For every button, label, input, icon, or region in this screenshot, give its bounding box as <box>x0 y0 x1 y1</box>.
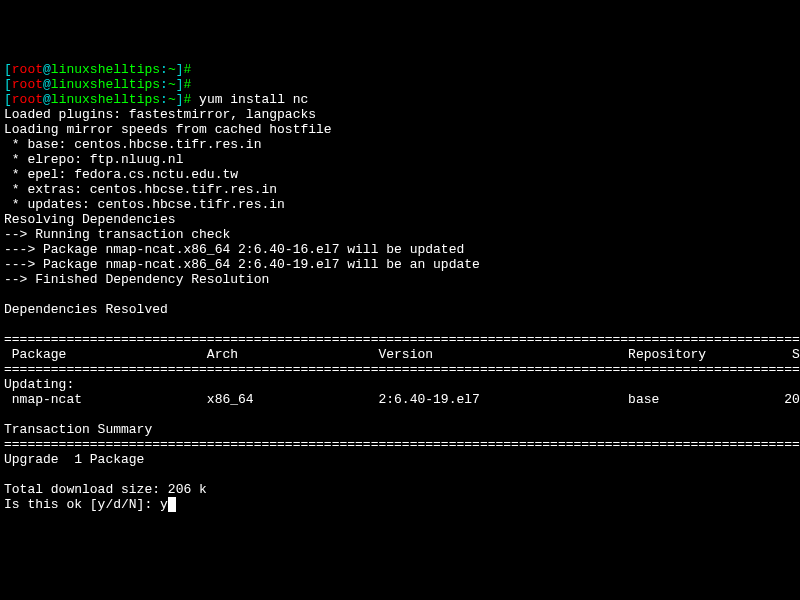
terminal-output[interactable]: [root@linuxshelltips:~]# [root@linuxshel… <box>4 62 796 512</box>
output-line: Resolving Dependencies <box>4 212 176 227</box>
output-line: * epel: fedora.cs.nctu.edu.tw <box>4 167 238 182</box>
output-line: --> Running transaction check <box>4 227 230 242</box>
output-line: Dependencies Resolved <box>4 302 168 317</box>
table-divider: ========================================… <box>4 362 800 377</box>
output-line: * elrepo: ftp.nluug.nl <box>4 152 183 167</box>
output-line: --> Finished Dependency Resolution <box>4 272 269 287</box>
prompt-line-2: [root@linuxshelltips:~]# <box>4 77 191 92</box>
output-line: * base: centos.hbcse.tifr.res.in <box>4 137 261 152</box>
output-line: Loading mirror speeds from cached hostfi… <box>4 122 332 137</box>
cursor-icon <box>168 497 176 512</box>
output-line: * extras: centos.hbcse.tifr.res.in <box>4 182 277 197</box>
download-size: Total download size: 206 k <box>4 482 207 497</box>
command-text: yum install nc <box>191 92 308 107</box>
output-line: ---> Package nmap-ncat.x86_64 2:6.40-16.… <box>4 242 464 257</box>
table-divider: ========================================… <box>4 332 800 347</box>
confirm-prompt: Is this ok [y/d/N]: <box>4 497 160 512</box>
transaction-summary: Transaction Summary <box>4 422 152 437</box>
prompt-line-1: [root@linuxshelltips:~]# <box>4 62 191 77</box>
output-line: Loaded plugins: fastestmirror, langpacks <box>4 107 316 122</box>
updating-label: Updating: <box>4 377 74 392</box>
prompt-line-3: [root@linuxshelltips:~]# <box>4 92 191 107</box>
table-divider: ========================================… <box>4 437 800 452</box>
upgrade-line: Upgrade 1 Package <box>4 452 144 467</box>
table-row: nmap-ncat x86_64 2:6.40-19.el7 base 206 … <box>4 392 800 407</box>
output-line: * updates: centos.hbcse.tifr.res.in <box>4 197 285 212</box>
output-line: ---> Package nmap-ncat.x86_64 2:6.40-19.… <box>4 257 480 272</box>
table-header: Package Arch Version Repository Size <box>4 347 800 362</box>
confirm-input[interactable]: y <box>160 497 168 512</box>
